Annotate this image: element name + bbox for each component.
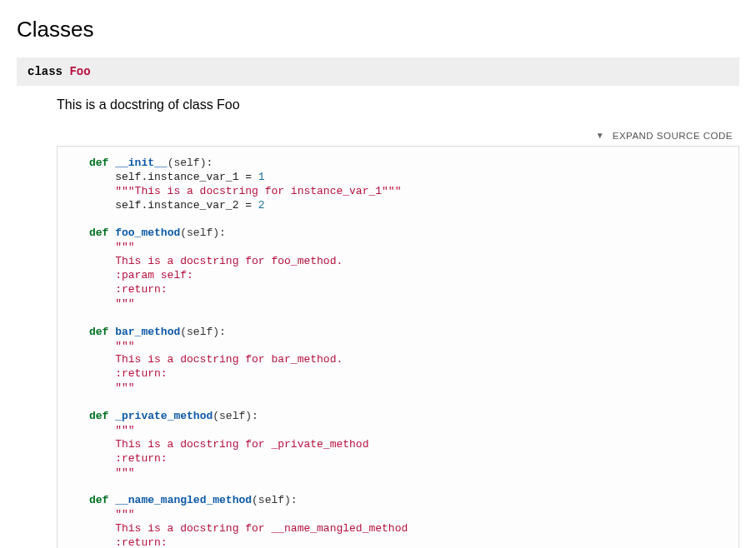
chevron-down-icon: ▼ <box>596 131 604 140</box>
section-title: Classes <box>17 17 739 42</box>
class-keyword: class <box>28 65 63 78</box>
class-signature: class Foo <box>17 57 739 86</box>
expand-source-toggle[interactable]: ▼ EXPAND SOURCE CODE <box>57 127 739 146</box>
expand-source-label: EXPAND SOURCE CODE <box>613 131 733 141</box>
class-name: Foo <box>69 65 90 78</box>
class-docstring: This is a docstring of class Foo <box>57 97 739 112</box>
source-code: def __init__(self): self.instance_var_1 … <box>57 146 739 548</box>
